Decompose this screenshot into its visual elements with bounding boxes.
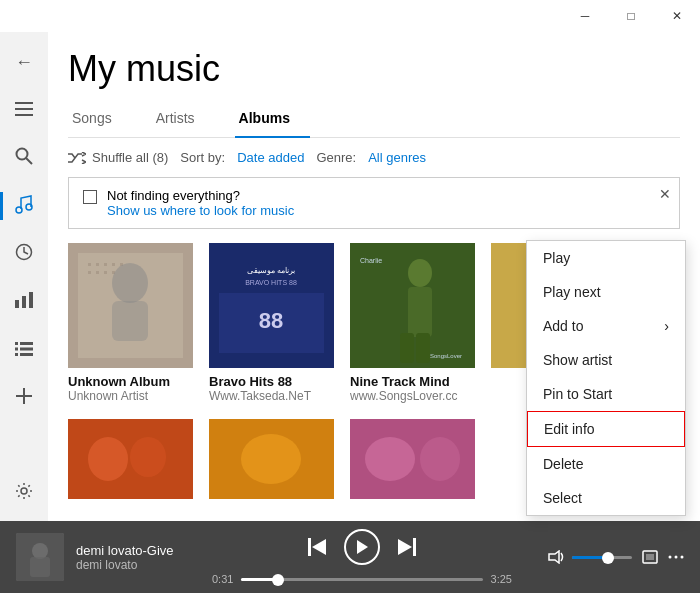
np-volume-bar[interactable] [572,556,632,559]
svg-rect-29 [104,271,107,274]
svg-marker-59 [312,539,326,555]
svg-point-19 [21,488,27,494]
svg-text:SongsLover: SongsLover [430,353,462,359]
svg-rect-2 [15,114,33,116]
alert-checkbox[interactable] [83,190,97,204]
svg-rect-16 [20,353,33,356]
sidebar-item-settings[interactable] [0,477,48,521]
svg-rect-61 [413,538,416,556]
svg-rect-8 [15,300,19,308]
context-menu-item-play-next[interactable]: Play next [527,275,685,309]
chevron-right-icon: › [664,318,669,334]
np-total-time: 3:25 [491,573,512,585]
minimize-button[interactable]: ─ [562,0,608,32]
album-title: Bravo Hits 88 [209,374,334,389]
album-cover [350,419,475,499]
svg-rect-25 [112,263,115,266]
tab-albums[interactable]: Albums [235,102,310,138]
sidebar-item-search[interactable] [0,136,48,180]
svg-line-4 [26,158,32,164]
svg-point-66 [669,556,672,559]
close-button[interactable]: ✕ [654,0,700,32]
np-controls: 0:31 3:25 [188,529,536,585]
svg-rect-9 [22,296,26,308]
context-menu-item-edit-info[interactable]: Edit info [527,411,685,447]
sort-by-value[interactable]: Date added [237,150,304,165]
np-progress-bar[interactable] [241,578,482,581]
context-menu: Play Play next Add to › Show artist Pin … [526,240,686,516]
svg-point-5 [16,207,22,213]
svg-point-51 [241,434,301,484]
genre-value[interactable]: All genres [368,150,426,165]
genre-label: Genre: [316,150,356,165]
album-artist: Www.Takseda.NeT [209,389,334,403]
back-icon: ← [15,52,33,73]
sidebar-item-music[interactable] [0,184,48,228]
chart-icon [15,292,33,313]
context-menu-item-select[interactable]: Select [527,481,685,515]
context-menu-item-play[interactable]: Play [527,241,685,275]
album-item[interactable]: برنامه موسیقی BRAVO HITS 88 88 Bravo Hit… [209,243,334,403]
svg-rect-24 [104,263,107,266]
context-menu-item-pin-to-start[interactable]: Pin to Start [527,377,685,411]
svg-marker-62 [398,539,412,555]
np-prev-button[interactable] [308,538,328,556]
np-artist-name: demi lovato [76,558,176,572]
context-menu-item-delete[interactable]: Delete [527,447,685,481]
svg-text:برنامه موسیقی: برنامه موسیقی [247,266,295,275]
svg-rect-58 [308,538,311,556]
np-play-button[interactable] [344,529,380,565]
svg-point-31 [112,263,148,303]
svg-rect-0 [15,102,33,104]
np-volume [548,550,632,564]
recent-icon [15,243,33,266]
np-progress[interactable]: 0:31 3:25 [212,573,512,585]
svg-point-39 [408,259,432,287]
context-menu-item-add-to[interactable]: Add to › [527,309,685,343]
album-item[interactable]: Unknown Album Unknown Artist [68,243,193,403]
svg-point-56 [32,543,48,559]
alert-link[interactable]: Show us where to look for music [107,203,665,218]
sidebar-item-add[interactable] [0,376,48,420]
np-current-time: 0:31 [212,573,233,585]
svg-rect-15 [15,353,18,356]
tab-artists[interactable]: Artists [152,102,215,138]
album-item[interactable]: Charlie SongsLover Nine Track Mind www.S… [350,243,475,403]
np-buttons [308,529,416,565]
np-volume-icon[interactable] [548,550,566,564]
album-artist: Unknown Artist [68,389,193,403]
album-title: Nine Track Mind [350,374,475,389]
np-fullscreen-button[interactable] [642,550,658,564]
alert-text: Not finding everything? Show us where to… [107,188,665,218]
album-item[interactable] [68,419,193,499]
add-icon [16,388,32,409]
np-more-button[interactable] [668,555,684,559]
maximize-button[interactable]: □ [608,0,654,32]
tabs-container: Songs Artists Albums [68,102,680,138]
svg-point-68 [681,556,684,559]
svg-rect-42 [416,333,430,363]
hamburger-icon [15,100,33,121]
sidebar-item-recent[interactable] [0,232,48,276]
svg-rect-28 [96,271,99,274]
tab-songs[interactable]: Songs [68,102,132,138]
shuffle-icon [68,152,86,164]
svg-rect-10 [29,292,33,308]
shuffle-button[interactable]: Shuffle all (8) [68,150,168,165]
svg-rect-32 [112,301,148,341]
alert-close-button[interactable]: ✕ [659,186,671,202]
album-item[interactable] [209,419,334,499]
sidebar-item-chart[interactable] [0,280,48,324]
np-album-art [16,533,64,581]
context-menu-item-show-artist[interactable]: Show artist [527,343,685,377]
svg-point-48 [88,437,128,481]
sidebar-item-back[interactable]: ← [0,40,48,84]
sidebar-item-menu[interactable] [0,88,48,132]
alert-message: Not finding everything? [107,188,240,203]
svg-rect-23 [96,263,99,266]
album-item[interactable] [350,419,475,499]
settings-icon [15,482,33,505]
np-next-button[interactable] [396,538,416,556]
album-cover [68,243,193,368]
sidebar-item-list[interactable] [0,328,48,372]
